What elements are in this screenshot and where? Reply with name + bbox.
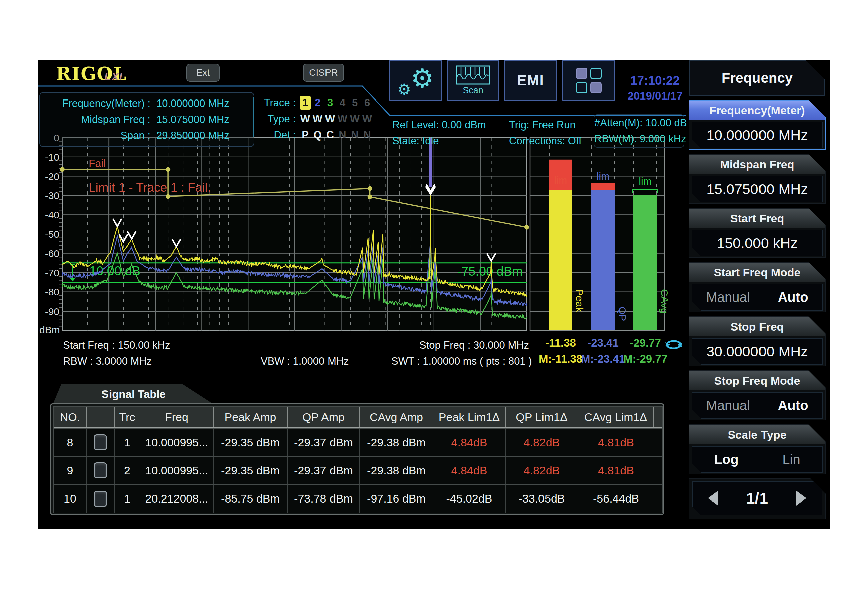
info-divider [253,98,254,137]
column-header-select [87,407,114,427]
toggle-option-lin[interactable]: Lin [782,452,800,467]
meter-max-cavg: M:-29.77 [614,352,677,365]
toggle-option-manual[interactable]: Manual [706,290,750,305]
svg-text:-30: -30 [45,190,59,201]
table-cell: -29.38 dBm [360,429,433,456]
toggle-option-auto[interactable]: Auto [778,290,808,305]
sidebar-item-value: 10.000000 MHz [692,122,822,148]
svg-text:-40: -40 [45,209,59,220]
atten: #Atten(M): 10.00 dB [594,115,679,131]
scan-button[interactable]: Scan [447,60,499,101]
table-cell: 20.212008... [140,485,214,513]
sidebar-item-start-freq-mode[interactable]: Start Freq ModeManualAuto [689,262,825,312]
divider [376,117,376,146]
column-header-Freq: Freq [140,407,214,427]
trace-cell: N [361,127,373,143]
delta-cell: 4.81dB [578,429,654,456]
svg-text:-10: -10 [45,152,59,163]
trace-cell: C [324,127,336,143]
sidebar-item-label: Start Freq [689,209,825,228]
delta-cell: -56.44dB [578,485,654,513]
table-cell: -73.78 dBm [288,485,360,513]
frequency-info-box: Frequency(Meter) :10.000000 MHz Midspan … [40,92,254,147]
sidebar-title: Frequency [689,60,825,96]
trace-cell: N [349,127,361,143]
toggle-option-auto[interactable]: Auto [778,398,808,413]
page-indicator: 1/1 [746,489,768,507]
rbw-meter: RBW(M): 9.000 kHz [594,131,679,147]
trace-cell: W [299,111,311,127]
sidebar-item-label: Stop Freq Mode [689,371,825,390]
clock: 17:10:22 2019/01/17 [621,73,688,104]
table-cell: -29.37 dBm [288,429,360,456]
emi-mode-button[interactable]: EMI [504,60,557,101]
svg-text:-20: -20 [45,171,59,182]
table-cell: 1 [114,429,140,456]
toggle-option-log[interactable]: Log [714,452,739,467]
trace-cell: W [336,111,349,127]
sidebar-item-start-freq[interactable]: Start Freq150.000 kHz [689,208,825,258]
midspan-value: 15.075000 MHz [156,111,229,128]
signal-table: NO.TrcFreqPeak AmpQP AmpCAvg AmpPeak Lim… [50,403,664,515]
refresh-icon[interactable] [663,336,685,353]
scan-label: Scan [463,85,483,96]
ref-state-block: Ref Level: 0.00 dBm State: Idle [392,117,486,149]
page-prev-icon[interactable] [708,491,718,505]
trace-cell: P [299,127,311,143]
date: 2019/01/17 [621,88,688,104]
column-header-Trc: Trc [114,407,140,427]
table-cell: -29.37 dBm [288,457,360,484]
delta-cell: 4.84dB [433,429,506,456]
sidebar-item-stop-freq-mode[interactable]: Stop Freq ModeManualAuto [689,370,825,420]
sidebar-item-value: 150.000 kHz [692,230,822,256]
row-checkbox[interactable] [94,462,107,479]
svg-text:dBm: dBm [40,324,60,335]
sidebar-item-midspan-freq[interactable]: Midspan Freq15.075000 MHz [689,154,825,204]
table-row[interactable]: 9210.000995...-29.35 dBm-29.37 dBm-29.38… [54,456,662,484]
trace-cell: 6 [361,95,373,111]
svg-text:Limit 1 - Trace 1 : Fail.: Limit 1 - Trace 1 : Fail. [89,181,211,194]
page-next-icon[interactable] [796,491,806,505]
table-row[interactable]: 10120.212008...-85.75 dBm-73.78 dBm-97.1… [54,485,662,513]
freq-meter-label: Frequency(Meter) : [40,96,150,111]
table-cell: 1 [114,485,140,513]
sidebar-item-stop-freq[interactable]: Stop Freq30.000000 MHz [689,316,825,366]
table-row[interactable]: 8110.000995...-29.35 dBm-29.37 dBm-29.38… [54,428,662,456]
lxi-badge: LXI [105,71,123,83]
row-checkbox[interactable] [94,491,107,507]
trace-cell: W [311,111,324,127]
table-cell: 10.000995... [140,429,214,456]
table-cell: -97.16 dBm [360,485,433,513]
table-cell: -29.35 dBm [214,429,288,456]
sidebar-pager: 1/1 [689,479,825,519]
trig-corr-block: Trig: Free Run Corrections: Off [509,117,582,149]
corrections: Corrections: Off [509,133,582,149]
svg-text:-80: -80 [45,287,59,297]
toggle-option-manual[interactable]: Manual [706,398,750,413]
state: State: Idle [392,133,486,149]
trace-cell: 3 [324,95,336,111]
emi-meter: limPeaklimQPlimCAvg [530,137,670,331]
trace-cell: W [324,111,336,127]
layout-button[interactable] [562,60,615,101]
stop-freq-annotation: Stop Freq : 30.000 MHz [419,339,529,351]
delta-cell: 4.82dB [506,457,578,484]
sidebar-item-value: 30.000000 MHz [692,338,822,365]
svg-text:-60: -60 [45,248,59,259]
emi-label: EMI [517,72,544,89]
sidebar-item-scale-type[interactable]: Scale TypeLogLin [689,424,825,474]
trace-cell: 5 [349,95,361,111]
sidebar-item-frequency-meter[interactable]: Frequency(Meter)10.000000 MHz [689,100,825,150]
table-cell: 10 [54,485,87,513]
cispr-button[interactable]: CISPR [303,64,344,82]
row-checkbox[interactable] [94,435,107,450]
trace-cell: W [361,111,373,127]
delta-cell: 4.81dB [578,457,654,484]
span-value: 29.850000 MHz [156,128,229,143]
freq-meter-value: 10.000000 MHz [156,96,229,111]
sidebar-item-label: Frequency(Meter) [689,101,825,120]
column-header-Peak Amp: Peak Amp [214,407,288,427]
ext-ref-button[interactable]: Ext [186,64,220,82]
trace-row-label: Trace : [256,95,296,111]
delta-cell: -33.05dB [506,485,578,513]
